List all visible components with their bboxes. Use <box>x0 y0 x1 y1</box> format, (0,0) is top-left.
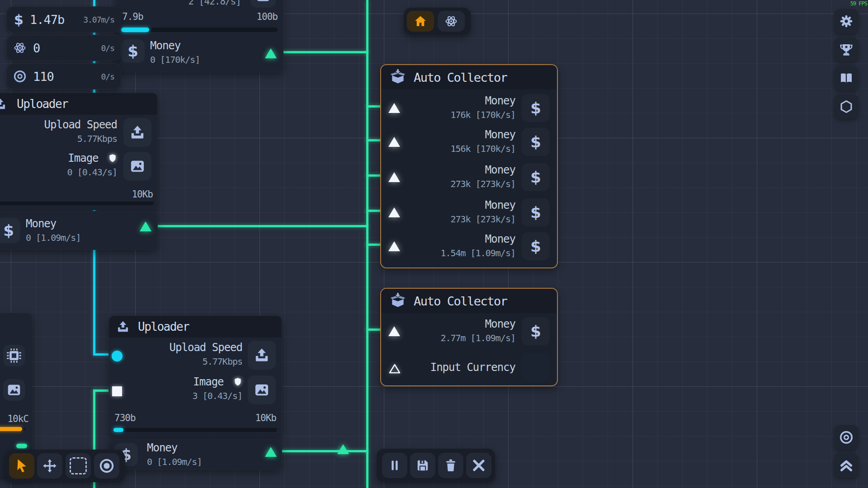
upgrade-all-button[interactable] <box>834 453 859 478</box>
uploader-bottom-cap: 10Kb <box>255 413 276 423</box>
game-canvas[interactable]: $ 1.47b 3.07m/s 0 0/s 110 0/s 2 [42.8/s]… <box>0 0 868 488</box>
home-view-button[interactable] <box>407 11 434 32</box>
pointer-tool-button[interactable] <box>9 453 34 479</box>
image-button[interactable] <box>123 152 151 181</box>
collector-input-port[interactable] <box>388 137 400 147</box>
collector-input-port[interactable] <box>388 207 400 217</box>
image-row-label: Image <box>67 152 117 164</box>
collector-box-icon <box>389 69 406 86</box>
chip-button[interactable] <box>3 345 25 366</box>
node-title: Uploader <box>138 320 189 333</box>
collector-empty-slot-button[interactable] <box>522 353 550 381</box>
generator-rate: 2 [42.8/s] <box>189 0 241 7</box>
home-icon <box>414 14 427 28</box>
money-output-value: 0 [1.09m/s] <box>147 456 202 468</box>
currency-atom-pill[interactable]: 0 0/s <box>6 35 121 61</box>
currency-target-pill[interactable]: 110 0/s <box>6 63 121 89</box>
money-output-port[interactable] <box>140 221 151 231</box>
money-output-port[interactable] <box>265 447 277 457</box>
upload-icon <box>129 124 146 141</box>
wire-flow-arrow-icon <box>337 444 349 454</box>
collector-currency-button[interactable]: $ <box>522 163 550 191</box>
node-title: Auto Collector <box>414 294 507 308</box>
collector-currency-button[interactable]: $ <box>522 317 550 345</box>
dollar-icon: $ <box>3 221 14 239</box>
view-toolbar <box>404 8 471 35</box>
delete-button[interactable] <box>438 453 463 478</box>
collector-input-port[interactable] <box>388 103 400 113</box>
generator-node[interactable]: 2 [42.8/s] 7.9b 100b $ Money 0 [170k/s] <box>116 0 283 72</box>
collector-row-value: 156k [170k/s] <box>450 143 515 155</box>
upload-speed-value: 5.77Kbps <box>44 133 117 145</box>
collector-input-port-empty[interactable] <box>388 363 401 374</box>
collector-row-name: Money <box>440 233 515 245</box>
uploader-top-cap: 10Kb <box>132 189 153 200</box>
uploader-top-node[interactable]: Uploader Upload Speed 5.77Kbps Image 0 [… <box>0 93 158 210</box>
generator-progress-min: 7.9b <box>122 11 143 22</box>
pointer-icon <box>14 458 30 474</box>
money-output-name: Money <box>147 441 202 454</box>
image-input-port[interactable] <box>112 386 122 396</box>
money-output-name: Money <box>26 217 80 230</box>
money-currency-button[interactable]: $ <box>0 218 20 243</box>
circle-select-icon <box>99 458 115 474</box>
uploader-bottom-node[interactable]: Uploader Upload Speed 5.77Kbps Image 3 [… <box>108 315 282 438</box>
collector-header[interactable]: Auto Collector <box>381 65 557 89</box>
uploader-bottom-header[interactable]: Uploader <box>109 316 282 338</box>
currency-money-pill[interactable]: $ 1.47b 3.07m/s <box>6 6 121 33</box>
upload-speed-input-port[interactable] <box>112 351 123 361</box>
target-icon <box>839 430 854 445</box>
circle-select-tool-button[interactable] <box>94 453 119 479</box>
currency-target-rate: 0/s <box>101 72 114 81</box>
collector-header[interactable]: Auto Collector <box>381 289 557 313</box>
save-button[interactable] <box>410 453 435 478</box>
wire-stub-1 <box>366 105 382 108</box>
image-icon <box>129 158 146 174</box>
collector-input-port[interactable] <box>388 172 400 182</box>
uploader-top-money-node[interactable]: $ Money 0 [1.09m/s] <box>0 211 158 250</box>
collector-input-port[interactable] <box>388 241 400 251</box>
currency-atom-rate: 0/s <box>101 43 114 53</box>
currency-target-value: 110 <box>33 70 54 84</box>
book-icon <box>839 71 854 85</box>
pause-button[interactable] <box>382 453 407 478</box>
dollar-icon: $ <box>14 12 24 28</box>
image-button[interactable] <box>248 375 276 404</box>
wire-generator-out <box>276 51 368 53</box>
collector-row-name: Input Currency <box>430 361 515 374</box>
collector-currency-button[interactable]: $ <box>522 94 550 122</box>
upload-speed-value: 5.77Kbps <box>170 356 242 367</box>
dollar-icon: $ <box>127 42 138 60</box>
node-title: Uploader <box>17 97 68 111</box>
image-button[interactable] <box>3 379 25 401</box>
generator-progress-fill <box>121 28 149 32</box>
collector-currency-button[interactable]: $ <box>522 198 550 226</box>
uploader-bottom-money-node[interactable]: $ Money 0 [1.09m/s] <box>108 439 282 470</box>
upload-speed-button[interactable] <box>123 118 151 147</box>
generator-output-currency-button[interactable]: $ <box>121 39 145 63</box>
hexagon-menu-button[interactable] <box>834 94 859 119</box>
uploader-top-header[interactable]: Uploader <box>0 93 157 115</box>
guide-button[interactable] <box>834 66 859 90</box>
cancel-button[interactable] <box>466 453 491 478</box>
image-row-label: Image <box>193 375 242 388</box>
auto-collector-bottom-node[interactable]: Auto Collector Money 2.77m [1.09m/s] $ I… <box>380 288 558 386</box>
upload-speed-button[interactable] <box>248 341 276 370</box>
wire-stub-3 <box>366 174 382 177</box>
collector-input-port[interactable] <box>388 326 400 336</box>
generator-top-button[interactable] <box>250 0 276 8</box>
trash-icon <box>443 458 458 473</box>
collector-currency-button[interactable]: $ <box>522 128 550 156</box>
move-tool-button[interactable] <box>37 453 62 479</box>
dollar-icon: $ <box>530 168 541 186</box>
collector-currency-button[interactable]: $ <box>522 232 550 260</box>
auto-collector-top-node[interactable]: Auto Collector Money 176k [170k/s] $ Mon… <box>380 64 558 268</box>
generator-output-port[interactable] <box>265 48 277 58</box>
marquee-select-tool-button[interactable] <box>66 453 91 479</box>
focus-target-button[interactable] <box>834 425 859 450</box>
achievements-button[interactable] <box>834 38 859 62</box>
side-node-output-indicator <box>16 444 27 448</box>
generator-progress-bar <box>121 28 278 32</box>
atom-view-button[interactable] <box>438 11 465 32</box>
settings-button[interactable] <box>834 9 859 33</box>
